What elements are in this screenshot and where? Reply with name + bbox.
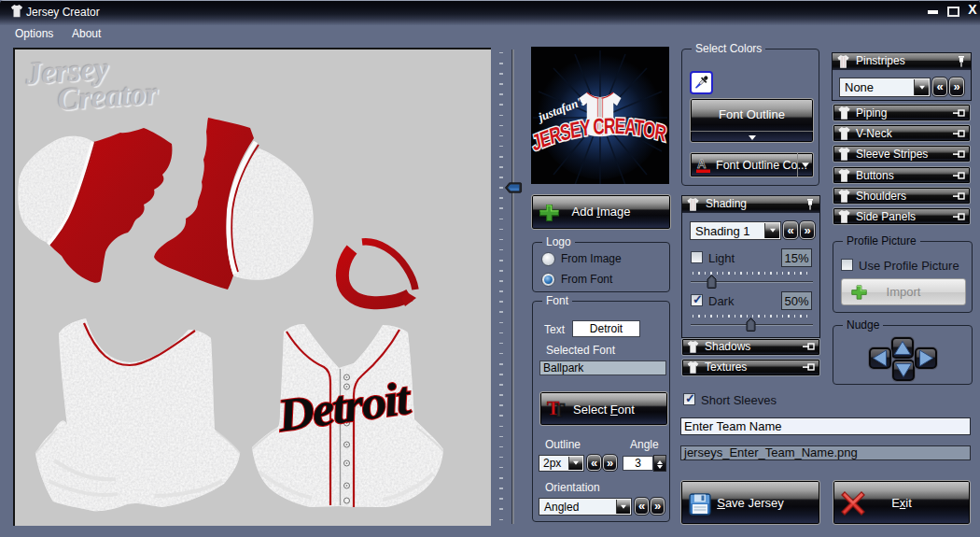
svg-text:A: A bbox=[697, 157, 707, 171]
svg-text:T: T bbox=[547, 398, 560, 418]
svg-text:Creator: Creator bbox=[56, 76, 160, 117]
